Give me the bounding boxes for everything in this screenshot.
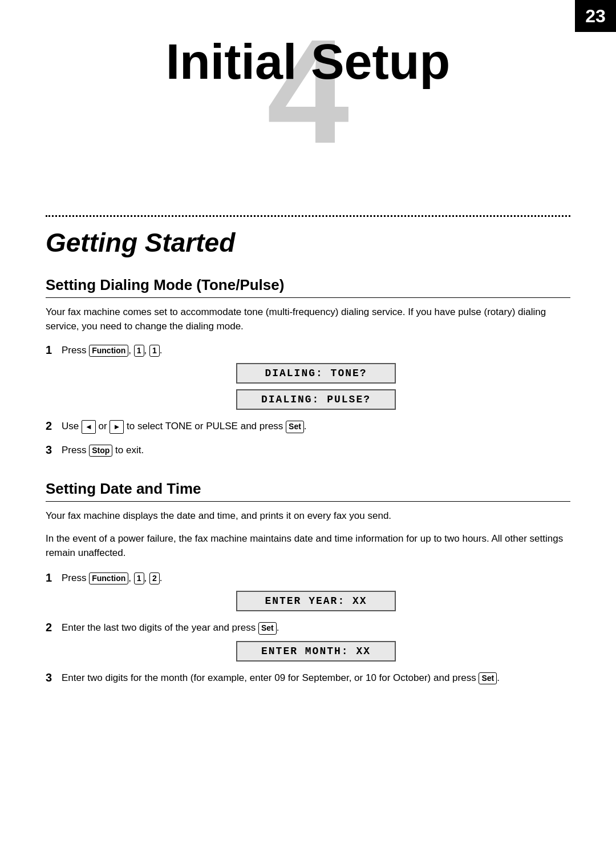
key-1b: 1 [149, 345, 160, 357]
lcd-enter-month: ENTER MONTH: XX [236, 641, 396, 662]
step-3-content: Press Stop to exit. [62, 443, 144, 458]
dt-step-3-content: Enter two digits for the month (for exam… [62, 671, 500, 685]
section-heading: Getting Started [46, 227, 570, 258]
subsection-heading-dialing: Setting Dialing Mode (Tone/Pulse) [46, 276, 570, 298]
key-dt-1: 1 [134, 572, 144, 585]
dt-step1-press-label: Press [62, 572, 89, 583]
set-key-month: Set [479, 672, 497, 685]
dialing-body-text: Your fax machine comes set to accommodat… [46, 305, 570, 334]
dotted-separator [46, 215, 570, 217]
lcd-enter-year: ENTER YEAR: XX [236, 591, 396, 611]
dt-step2-text: Enter the last two digits of the year an… [62, 622, 256, 633]
step1-press-label: Press [62, 345, 89, 356]
lcd-month-container: ENTER MONTH: XX [62, 641, 570, 662]
stop-key: Stop [89, 445, 112, 457]
dt-step-3-number: 3 [46, 671, 62, 684]
dt-step-1-number: 1 [46, 571, 62, 584]
datetime-step-2: 2 Enter the last two digits of the year … [46, 620, 570, 635]
function-key: Function [89, 345, 128, 357]
datetime-body-text-2: In the event of a power failure, the fax… [46, 531, 570, 560]
lcd-dialing-container: DIALING: TONE? DIALING: PULSE? [62, 363, 570, 410]
content-area: Setting Dialing Mode (Tone/Pulse) Your f… [46, 276, 570, 685]
step-1-content: Press Function, 1, 1. [62, 343, 163, 358]
step-3-number: 3 [46, 443, 62, 457]
datetime-step-3: 3 Enter two digits for the month (for ex… [46, 671, 570, 685]
set-key-dialing: Set [286, 421, 304, 433]
key-dt-2: 2 [149, 572, 160, 585]
lcd-year-container: ENTER YEAR: XX [62, 591, 570, 611]
datetime-body-text-1: Your fax machine displays the date and t… [46, 509, 570, 523]
step-1-number: 1 [46, 344, 62, 357]
subsection-heading-datetime: Setting Date and Time [46, 480, 570, 502]
step-2-number: 2 [46, 420, 62, 433]
dialing-step-3: 3 Press Stop to exit. [46, 443, 570, 458]
dt-step-2-content: Enter the last two digits of the year an… [62, 620, 279, 635]
dt-step3-text: Enter two digits for the month (for exam… [62, 672, 476, 683]
datetime-step-1: 1 Press Function, 1, 2. [46, 571, 570, 586]
dialing-step-1: 1 Press Function, 1, 1. [46, 343, 570, 358]
arrow-left-key: ◄ [82, 420, 96, 434]
function-key-dt: Function [89, 572, 128, 585]
lcd-dialing-tone: DIALING: TONE? [236, 363, 396, 384]
step-2-content: Use ◄ or ► to select TONE or PULSE and p… [62, 419, 307, 434]
lcd-dialing-pulse: DIALING: PULSE? [236, 389, 396, 410]
page-title: Initial Setup [0, 0, 616, 90]
dt-step-1-content: Press Function, 1, 2. [62, 571, 163, 586]
dt-step-2-number: 2 [46, 621, 62, 634]
key-1a: 1 [134, 345, 144, 357]
set-key-year: Set [258, 622, 277, 635]
dialing-step-2: 2 Use ◄ or ► to select TONE or PULSE and… [46, 419, 570, 434]
arrow-right-key: ► [110, 420, 124, 434]
